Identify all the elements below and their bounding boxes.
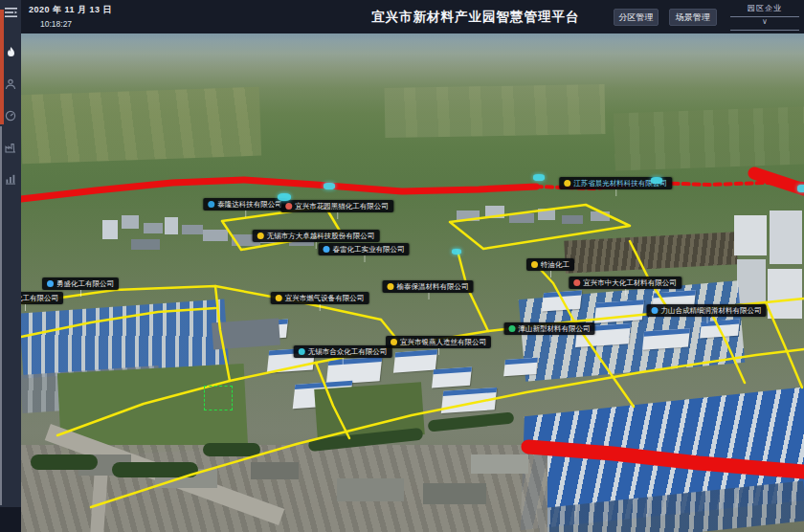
factory-building [432, 367, 472, 388]
old-building [471, 454, 528, 474]
company-label-text: 力山合成精细润滑材料有限公司 [661, 306, 762, 316]
factory-building [485, 206, 504, 218]
datetime-block: 2020 年 11 月 13 日 10:18:27 [29, 4, 112, 29]
field-texture [614, 107, 804, 171]
company-label-text: 泰隆达科技有限公司 [217, 200, 282, 210]
park-enterprise-dropdown[interactable]: 园区企业 ∨ [730, 3, 799, 31]
company-marker-icon [573, 279, 580, 286]
factory-building [102, 220, 118, 239]
company-marker-icon [391, 339, 397, 345]
company-label-text: 春雷化工实业有限公司 [333, 245, 405, 255]
sidebar-item-enterprise[interactable] [0, 137, 21, 158]
field-texture [21, 87, 261, 165]
factory-building [591, 211, 610, 221]
company-label[interactable]: 江苏省晨光材料科技有限公司 [559, 177, 672, 189]
factory-building [393, 349, 437, 372]
company-label-text: 宜兴市中大化工材料有限公司 [583, 278, 677, 288]
company-label-text: 无锡市方大卓越科技股份有限公司 [267, 232, 375, 241]
old-building [251, 462, 299, 479]
company-label[interactable]: 潭山新型材料有限公司 [504, 322, 595, 335]
company-label-text: 江苏省晨光材料科技有限公司 [573, 179, 667, 188]
company-label[interactable]: 特油化工 [526, 258, 574, 271]
chevron-down-icon: ∨ [730, 17, 799, 27]
page-title: 宜兴市新材料产业园智慧管理平台 [371, 9, 580, 26]
tree-row [31, 454, 98, 470]
factory-icon [5, 142, 16, 153]
company-marker-icon [564, 180, 570, 187]
company-label[interactable]: 无锡市方大卓越科技股份有限公司 [253, 230, 380, 242]
factory-building [457, 211, 480, 221]
factory-building [165, 217, 178, 234]
company-label[interactable]: 无锡市合众化工有限公司 [294, 345, 392, 358]
white-building [734, 215, 767, 255]
user-icon [5, 78, 16, 90]
company-label[interactable]: 宜兴市银燕人造丝有限公司 [386, 336, 491, 348]
company-marker-icon [208, 201, 214, 208]
company-label-text: 宜兴市燃气设备有限公司 [285, 294, 365, 303]
company-marker-icon [509, 325, 516, 332]
tree-row [428, 411, 515, 432]
company-label-text: 榆泰保温材料有限公司 [397, 282, 469, 292]
factory-building [212, 319, 280, 350]
factory-building [562, 215, 583, 224]
company-marker-icon [257, 233, 264, 239]
company-marker-icon [531, 261, 538, 268]
factory-building [182, 225, 203, 234]
factory-building [144, 223, 163, 233]
company-marker-icon [388, 283, 394, 290]
company-label[interactable]: 宜兴市燃气设备有限公司 [271, 292, 369, 304]
gauge-icon [5, 110, 16, 122]
company-label[interactable]: 春雷化工实业有限公司 [319, 243, 410, 255]
company-label[interactable]: 勇盛化工有限公司 [42, 277, 119, 290]
company-marker-icon [47, 280, 54, 287]
company-label[interactable]: 宜兴市中大化工材料有限公司 [569, 277, 681, 289]
current-date: 2020 年 11 月 13 日 [29, 4, 112, 16]
company-label[interactable]: 泰隆达科技有限公司 [203, 198, 287, 211]
hamburger-icon [5, 8, 17, 18]
company-label-text: 勇盛化工有限公司 [56, 279, 114, 289]
company-label[interactable]: 榆泰保温材料有限公司 [383, 280, 474, 293]
company-marker-icon [299, 348, 305, 355]
scene-management-button[interactable]: 场景管理 [669, 9, 717, 26]
company-label[interactable]: 宜兴市花园黑猫化工有限公司 [280, 200, 393, 212]
top-bar: 2020 年 11 月 13 日 10:18:27 宜兴市新材料产业园智慧管理平… [0, 0, 804, 33]
divider [730, 30, 799, 31]
white-building [737, 259, 766, 303]
factory-building [503, 358, 538, 377]
company-label-text: 特油化工 [541, 260, 570, 270]
white-building [768, 269, 802, 319]
factory-building [594, 299, 644, 323]
company-label-text: 宜兴市银燕人造丝有限公司 [400, 338, 486, 347]
old-building [337, 478, 404, 501]
old-building [423, 483, 486, 504]
field-texture [385, 84, 606, 138]
factory-building [542, 291, 582, 312]
factory-building [538, 209, 555, 220]
flame-icon [6, 47, 16, 59]
tree-row [112, 462, 198, 477]
sidebar-scroll-track[interactable] [0, 126, 2, 505]
factory-building [131, 239, 160, 250]
park-enterprise-dropdown-label: 园区企业 [730, 3, 799, 13]
factory-building [509, 213, 534, 223]
company-marker-icon [324, 246, 330, 253]
company-marker-icon [652, 307, 659, 314]
sidebar [0, 0, 21, 507]
company-label-text: 宜兴市花园黑猫化工有限公司 [295, 202, 389, 211]
white-building [770, 211, 802, 264]
factory-building [326, 357, 383, 385]
company-label-text: 潭山新型材料有限公司 [519, 324, 591, 334]
factory-building [122, 215, 139, 229]
current-time: 10:18:27 [40, 19, 112, 29]
factory-building [642, 328, 690, 350]
sidebar-accent-strip [0, 10, 4, 124]
sidebar-item-statistics[interactable] [0, 168, 21, 189]
company-marker-icon [285, 203, 292, 210]
factory-building [441, 388, 497, 413]
factory-building [203, 230, 228, 241]
company-marker-icon [276, 295, 282, 301]
company-label-text: 无锡市合众化工有限公司 [308, 347, 388, 357]
company-label[interactable]: 力山合成精细润滑材料有限公司 [647, 304, 767, 317]
dense-roofs [564, 232, 738, 273]
zone-management-button[interactable]: 分区管理 [614, 9, 659, 26]
